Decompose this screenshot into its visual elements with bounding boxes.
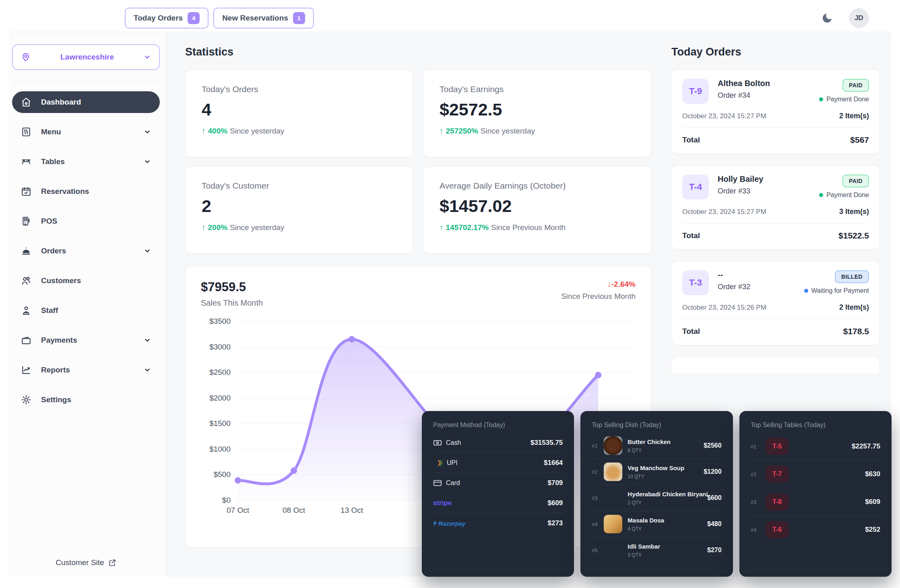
lightning-icon [433, 520, 437, 526]
location-name: Lawrenceshire [31, 53, 144, 62]
order-items-count: 2 Item(s) [839, 303, 869, 312]
user-avatar[interactable]: JD [849, 8, 869, 28]
order-number: Order #32 [718, 283, 750, 291]
sales-total: $7959.5 [201, 280, 263, 294]
payment-method-row: stripe $609 [433, 493, 563, 513]
order-card[interactable]: T-4 Holly Bailey Order #33 PAID Payment … [671, 165, 880, 250]
top-selling-dish-title: Top Selling Dish (Today) [592, 421, 721, 429]
order-datetime: October 23, 2024 15:27 PM [682, 208, 766, 216]
table-badge: T-6 [766, 521, 789, 538]
top-bar: Today Orders 4 New Reservations 1 JD [9, 4, 891, 32]
wallet-icon [21, 335, 31, 345]
location-pin-icon [21, 52, 31, 62]
dish-name: Masala Dosa [628, 517, 664, 524]
order-table-badge: T-9 [682, 79, 709, 104]
stat-delta-value: 145702.17% [446, 223, 489, 232]
payment-method-value: $609 [548, 499, 563, 507]
table-icon [21, 156, 31, 167]
top-selling-tables-panel: Top Selling Tables (Today) #1 T-5 $2257.… [739, 411, 892, 577]
top-selling-dish-panel: Top Selling Dish (Today) #1 Butter Chick… [580, 411, 733, 577]
customer-site-label: Customer Site [56, 558, 104, 567]
stat-card-todays-orders: Today's Orders 4 ↑400%Since yesterday [185, 70, 413, 157]
dish-price: $2560 [700, 442, 722, 449]
y-tick-label: $3500 [209, 317, 231, 326]
x-tick-label: 08 Oct [283, 506, 305, 515]
sidebar-item-label: Reports [41, 366, 70, 374]
stat-value: 4 [202, 100, 397, 119]
new-reservations-button[interactable]: New Reservations 1 [213, 8, 314, 29]
up-arrow-icon: ↑ [202, 127, 206, 136]
x-tick-label: 13 Oct [341, 506, 363, 515]
payment-method-row: Cash $31535.75 [433, 433, 563, 453]
order-card[interactable]: T-3 -- Order #32 BILLED Waiting for Paym… [671, 261, 880, 345]
chevron-down-icon [144, 128, 151, 136]
sidebar-item-settings[interactable]: Settings [12, 389, 160, 411]
order-customer: Althea Bolton [718, 79, 770, 88]
sidebar-item-label: Customers [41, 276, 81, 285]
sidebar-item-label: Settings [41, 395, 71, 404]
analytics-overlay: Payment Method (Today) Cash $31535.75 UP… [422, 411, 892, 577]
customer-site-link[interactable]: Customer Site [56, 558, 116, 567]
table-sales-value: $630 [865, 470, 880, 478]
sidebar-item-payments[interactable]: Payments [12, 329, 160, 351]
stat-delta-suffix: Since yesterday [230, 223, 284, 232]
pos-terminal-icon [21, 216, 31, 226]
sidebar-item-label: Payments [41, 336, 77, 345]
order-total-value: $1522.5 [838, 231, 869, 241]
order-card[interactable] [671, 357, 880, 374]
table-badge: T-8 [766, 493, 789, 510]
stat-value: $2572.5 [440, 100, 635, 119]
sales-chart-yaxis: $3500$3000$2500$2000$1500$1000$500$0 [201, 321, 238, 500]
sidebar-item-staff[interactable]: Staff [12, 300, 160, 321]
dish-price: $600 [703, 494, 722, 502]
x-tick-label: 07 Oct [227, 506, 249, 515]
table-row: #1 T-5 $2257.75 [751, 433, 880, 461]
sidebar-item-reports[interactable]: Reports [12, 359, 160, 381]
sidebar-item-label: Orders [41, 247, 66, 255]
payment-method-label: UPI [447, 459, 458, 467]
order-status-badge: PAID [842, 79, 869, 92]
stat-delta-value: 257250% [446, 127, 478, 136]
stat-delta-suffix: Since Previous Month [491, 223, 566, 232]
location-selector[interactable]: Lawrenceshire [12, 44, 160, 70]
today-orders-button[interactable]: Today Orders 4 [125, 8, 208, 29]
dish-image [604, 436, 622, 455]
order-status-badge: BILLED [835, 270, 869, 283]
sidebar-item-orders[interactable]: Orders [12, 240, 160, 262]
chevron-down-icon [144, 53, 151, 61]
sidebar-item-customers[interactable]: Customers [12, 270, 160, 292]
order-items-count: 2 Item(s) [839, 112, 869, 120]
table-row: #4 T-6 $252 [751, 516, 880, 543]
sidebar-item-label: Dashboard [41, 98, 81, 107]
table-badge: T-7 [766, 466, 789, 483]
dark-mode-toggle[interactable] [821, 11, 836, 25]
data-point-dot [595, 372, 601, 378]
payment-method-value: $1664 [544, 459, 563, 467]
sales-subtitle: Sales This Month [201, 298, 263, 308]
order-status-badge: PAID [842, 175, 869, 187]
dish-image [604, 515, 622, 533]
sidebar-item-reservations[interactable]: Reservations [12, 181, 160, 202]
new-reservations-button-label: New Reservations [222, 14, 288, 23]
divider [682, 319, 869, 319]
sidebar-item-tables[interactable]: Tables [12, 151, 160, 173]
sidebar-item-menu[interactable]: Menu [12, 121, 160, 143]
dish-name: Idli Sambar [628, 543, 660, 550]
sidebar-item-pos[interactable]: POS [12, 210, 160, 232]
divider [682, 127, 869, 128]
dish-rank: #4 [592, 521, 603, 527]
stat-delta-value: 400% [208, 127, 228, 136]
up-arrow-icon: ↑ [440, 223, 444, 232]
order-datetime: October 23, 2024 15:27 PM [682, 112, 766, 120]
chevron-down-icon [144, 158, 151, 165]
up-arrow-icon: ↑ [440, 127, 444, 136]
order-card[interactable]: T-9 Althea Bolton Order #34 PAID Payment… [671, 70, 880, 154]
sidebar-item-label: Reservations [41, 187, 89, 196]
new-reservations-count-badge: 1 [293, 12, 305, 24]
sidebar-item-dashboard[interactable]: Dashboard [12, 91, 160, 113]
stat-delta-value: 200% [208, 223, 228, 232]
dish-price: $480 [703, 520, 722, 528]
sidebar-item-label: Staff [41, 306, 58, 315]
dish-image [604, 489, 622, 507]
order-customer: -- [718, 270, 750, 280]
